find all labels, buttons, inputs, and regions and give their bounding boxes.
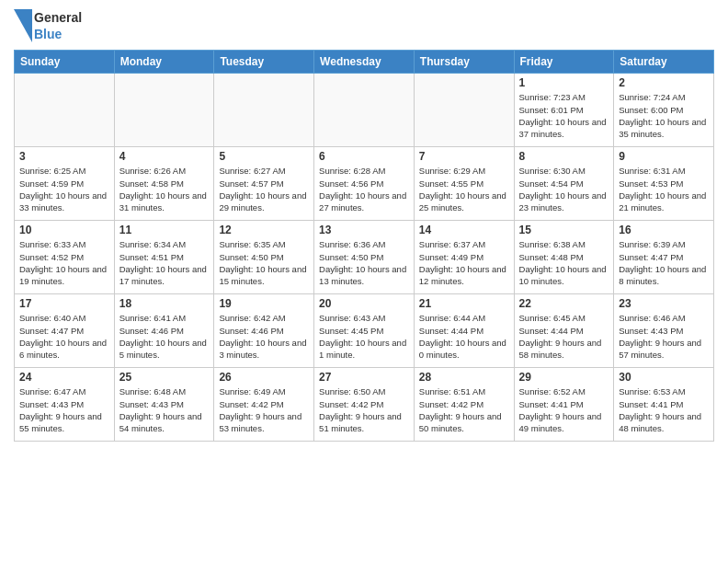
calendar-cell: 3Sunrise: 6:25 AM Sunset: 4:59 PM Daylig… <box>15 147 115 221</box>
header: GeneralBlue <box>14 9 714 42</box>
calendar-cell: 13Sunrise: 6:36 AM Sunset: 4:50 PM Dayli… <box>314 221 415 294</box>
calendar-week-4: 17Sunrise: 6:40 AM Sunset: 4:47 PM Dayli… <box>15 294 714 368</box>
calendar-cell: 9Sunrise: 6:31 AM Sunset: 4:53 PM Daylig… <box>614 147 714 221</box>
sun-info: Sunrise: 6:37 AM Sunset: 4:49 PM Dayligh… <box>419 238 509 287</box>
weekday-header-thursday: Thursday <box>414 51 514 74</box>
day-number: 22 <box>519 297 609 310</box>
sun-info: Sunrise: 6:50 AM Sunset: 4:42 PM Dayligh… <box>319 385 409 434</box>
day-number: 13 <box>319 224 409 236</box>
calendar-cell: 1Sunrise: 7:23 AM Sunset: 6:01 PM Daylig… <box>514 74 614 147</box>
sun-info: Sunrise: 6:30 AM Sunset: 4:54 PM Dayligh… <box>519 165 609 213</box>
day-number: 18 <box>119 297 210 310</box>
calendar-cell <box>15 74 115 147</box>
calendar-cell: 17Sunrise: 6:40 AM Sunset: 4:47 PM Dayli… <box>15 294 115 368</box>
calendar-cell: 12Sunrise: 6:35 AM Sunset: 4:50 PM Dayli… <box>214 221 314 294</box>
calendar-cell: 7Sunrise: 6:29 AM Sunset: 4:55 PM Daylig… <box>414 147 514 221</box>
day-number: 21 <box>419 297 509 310</box>
day-number: 29 <box>519 371 609 384</box>
sun-info: Sunrise: 6:47 AM Sunset: 4:43 PM Dayligh… <box>19 385 109 434</box>
calendar-cell: 6Sunrise: 6:28 AM Sunset: 4:56 PM Daylig… <box>314 147 415 221</box>
calendar-cell <box>314 74 415 147</box>
weekday-header-wednesday: Wednesday <box>314 51 415 74</box>
day-number: 20 <box>319 297 409 310</box>
day-number: 24 <box>19 371 109 384</box>
sun-info: Sunrise: 6:25 AM Sunset: 4:59 PM Dayligh… <box>19 165 109 213</box>
day-number: 23 <box>619 297 709 310</box>
day-number: 11 <box>119 224 210 236</box>
calendar-week-1: 1Sunrise: 7:23 AM Sunset: 6:01 PM Daylig… <box>15 74 714 147</box>
sun-info: Sunrise: 6:41 AM Sunset: 4:46 PM Dayligh… <box>119 312 210 361</box>
sun-info: Sunrise: 6:49 AM Sunset: 4:42 PM Dayligh… <box>219 385 309 434</box>
calendar-cell: 29Sunrise: 6:52 AM Sunset: 4:41 PM Dayli… <box>514 368 614 442</box>
sun-info: Sunrise: 6:44 AM Sunset: 4:44 PM Dayligh… <box>419 312 509 361</box>
sun-info: Sunrise: 6:28 AM Sunset: 4:56 PM Dayligh… <box>319 165 409 213</box>
day-number: 30 <box>619 371 709 384</box>
calendar-cell: 26Sunrise: 6:49 AM Sunset: 4:42 PM Dayli… <box>214 368 314 442</box>
day-number: 6 <box>319 150 409 163</box>
sun-info: Sunrise: 6:53 AM Sunset: 4:41 PM Dayligh… <box>619 385 709 434</box>
sun-info: Sunrise: 6:31 AM Sunset: 4:53 PM Dayligh… <box>619 165 709 213</box>
day-number: 3 <box>19 150 109 163</box>
calendar-table: SundayMondayTuesdayWednesdayThursdayFrid… <box>14 50 714 442</box>
sun-info: Sunrise: 6:51 AM Sunset: 4:42 PM Dayligh… <box>419 385 509 434</box>
calendar-cell: 30Sunrise: 6:53 AM Sunset: 4:41 PM Dayli… <box>614 368 714 442</box>
day-number: 28 <box>419 371 509 384</box>
day-number: 16 <box>619 224 709 236</box>
calendar-cell: 19Sunrise: 6:42 AM Sunset: 4:46 PM Dayli… <box>214 294 314 368</box>
calendar-cell: 15Sunrise: 6:38 AM Sunset: 4:48 PM Dayli… <box>514 221 614 294</box>
sun-info: Sunrise: 7:23 AM Sunset: 6:01 PM Dayligh… <box>519 91 609 140</box>
calendar-cell <box>114 74 214 147</box>
calendar-cell: 27Sunrise: 6:50 AM Sunset: 4:42 PM Dayli… <box>314 368 415 442</box>
day-number: 4 <box>119 150 210 163</box>
calendar-cell: 20Sunrise: 6:43 AM Sunset: 4:45 PM Dayli… <box>314 294 415 368</box>
sun-info: Sunrise: 6:36 AM Sunset: 4:50 PM Dayligh… <box>319 238 409 287</box>
sun-info: Sunrise: 7:24 AM Sunset: 6:00 PM Dayligh… <box>619 91 709 140</box>
page: GeneralBlue SundayMondayTuesdayWednesday… <box>0 0 728 563</box>
sun-info: Sunrise: 6:27 AM Sunset: 4:57 PM Dayligh… <box>219 165 309 213</box>
weekday-header-monday: Monday <box>114 51 214 74</box>
calendar-cell: 16Sunrise: 6:39 AM Sunset: 4:47 PM Dayli… <box>614 221 714 294</box>
sun-info: Sunrise: 6:29 AM Sunset: 4:55 PM Dayligh… <box>419 165 509 213</box>
sun-info: Sunrise: 6:35 AM Sunset: 4:50 PM Dayligh… <box>219 238 309 287</box>
day-number: 8 <box>519 150 609 163</box>
weekday-header-saturday: Saturday <box>614 51 714 74</box>
calendar-cell <box>214 74 314 147</box>
calendar-cell: 8Sunrise: 6:30 AM Sunset: 4:54 PM Daylig… <box>514 147 614 221</box>
calendar-cell: 22Sunrise: 6:45 AM Sunset: 4:44 PM Dayli… <box>514 294 614 368</box>
calendar-cell: 14Sunrise: 6:37 AM Sunset: 4:49 PM Dayli… <box>414 221 514 294</box>
calendar-week-5: 24Sunrise: 6:47 AM Sunset: 4:43 PM Dayli… <box>15 368 714 442</box>
day-number: 2 <box>619 76 709 89</box>
calendar-cell: 28Sunrise: 6:51 AM Sunset: 4:42 PM Dayli… <box>414 368 514 442</box>
calendar-cell: 25Sunrise: 6:48 AM Sunset: 4:43 PM Dayli… <box>114 368 214 442</box>
svg-marker-0 <box>14 9 32 42</box>
sun-info: Sunrise: 6:34 AM Sunset: 4:51 PM Dayligh… <box>119 238 210 287</box>
day-number: 9 <box>619 150 709 163</box>
calendar-cell: 24Sunrise: 6:47 AM Sunset: 4:43 PM Dayli… <box>15 368 115 442</box>
day-number: 12 <box>219 224 309 236</box>
sun-info: Sunrise: 6:38 AM Sunset: 4:48 PM Dayligh… <box>519 238 609 287</box>
day-number: 25 <box>119 371 210 384</box>
calendar-cell: 4Sunrise: 6:26 AM Sunset: 4:58 PM Daylig… <box>114 147 214 221</box>
day-number: 10 <box>19 224 109 236</box>
weekday-header-sunday: Sunday <box>15 51 115 74</box>
calendar-week-2: 3Sunrise: 6:25 AM Sunset: 4:59 PM Daylig… <box>15 147 714 221</box>
day-number: 26 <box>219 371 309 384</box>
day-number: 5 <box>219 150 309 163</box>
day-number: 1 <box>519 76 609 89</box>
sun-info: Sunrise: 6:40 AM Sunset: 4:47 PM Dayligh… <box>19 312 109 361</box>
sun-info: Sunrise: 6:48 AM Sunset: 4:43 PM Dayligh… <box>119 385 210 434</box>
day-number: 19 <box>219 297 309 310</box>
calendar-week-3: 10Sunrise: 6:33 AM Sunset: 4:52 PM Dayli… <box>15 221 714 294</box>
logo: GeneralBlue <box>14 9 82 42</box>
weekday-header-friday: Friday <box>514 51 614 74</box>
weekday-header-row: SundayMondayTuesdayWednesdayThursdayFrid… <box>15 51 714 74</box>
calendar-cell: 23Sunrise: 6:46 AM Sunset: 4:43 PM Dayli… <box>614 294 714 368</box>
sun-info: Sunrise: 6:45 AM Sunset: 4:44 PM Dayligh… <box>519 312 609 361</box>
day-number: 27 <box>319 371 409 384</box>
logo: GeneralBlue <box>14 9 82 42</box>
calendar-cell: 21Sunrise: 6:44 AM Sunset: 4:44 PM Dayli… <box>414 294 514 368</box>
sun-info: Sunrise: 6:42 AM Sunset: 4:46 PM Dayligh… <box>219 312 309 361</box>
day-number: 15 <box>519 224 609 236</box>
calendar-cell: 5Sunrise: 6:27 AM Sunset: 4:57 PM Daylig… <box>214 147 314 221</box>
calendar-cell <box>414 74 514 147</box>
